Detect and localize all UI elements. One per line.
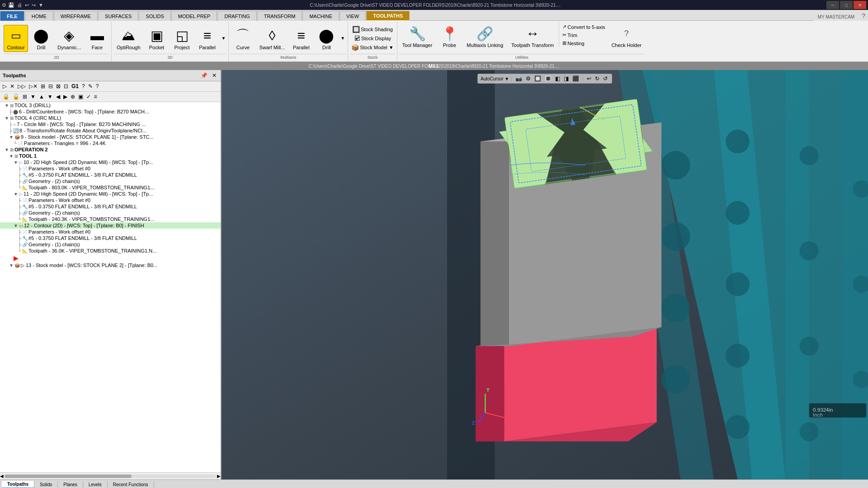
face-button[interactable]: ▬ Face (85, 25, 109, 52)
move-right-button[interactable]: ▶ (62, 93, 69, 101)
regen-dirty-button[interactable]: ▷✕ (28, 82, 39, 90)
tree-item-op13[interactable]: ▼ 📦 ▷ 13 - Stock model - [WCS: STOCK PLA… (0, 262, 221, 269)
tree-item-tool1[interactable]: ▼ ⊞ TOOL 1 (0, 153, 221, 159)
tree-item-params11[interactable]: ├ 📄 Parameters - Work offset #0 (0, 197, 221, 203)
tree-item-op10[interactable]: ▼ ▷ 10 - 2D High Speed (2D Dynamic Mill)… (0, 159, 221, 165)
tool-manager-button[interactable]: 🔧 Tool Manager (399, 23, 436, 50)
panel-pin-button[interactable]: 📌 (199, 71, 209, 80)
tab-drafting[interactable]: DRAFTING (217, 11, 256, 21)
tree-item-tp12[interactable]: └ 📐 Toolpath - 36.0K - VIPER_TOMBSTONE_T… (0, 248, 221, 254)
tree-item-tool4[interactable]: ▼ ⊞ TOOL 4 (CIRC MILL) (0, 115, 221, 121)
tree-item-geo12[interactable]: ├ 🔗 Geometry - (1) chain(s) (0, 241, 221, 248)
view2-button[interactable]: ◨ (562, 75, 570, 82)
move-left-button[interactable]: ◀ (55, 93, 61, 101)
quick-access-dropdown[interactable]: ▼ (38, 2, 44, 8)
expand-button[interactable]: ⊞ (21, 93, 28, 101)
tab-solids[interactable]: SOLIDS (139, 11, 170, 21)
tree-item-geo10[interactable]: ├ 🔗 Geometry - (2) chain(s) (0, 178, 221, 184)
stock-model-button[interactable]: 📦 Stock Model ▼ (350, 43, 395, 52)
deselect-button[interactable]: ✕ (9, 82, 16, 90)
tree-item-geo11[interactable]: ├ 🔗 Geometry - (2) chain(s) (0, 210, 221, 216)
move-down-button[interactable]: ▼ (46, 93, 54, 101)
scroll-right-button[interactable]: ▶ (217, 474, 221, 479)
tree-item-op11[interactable]: ▼ ▷ 11 - 2D High Speed (2D Dynamic Mill)… (0, 191, 221, 197)
panel-close-button[interactable]: ✕ (211, 71, 218, 80)
dynamic-button[interactable]: ◈ Dynamic... (54, 25, 84, 52)
properties-button[interactable]: ⊡ (62, 82, 70, 90)
autocursor-button[interactable]: AutoCursor ▼ (481, 76, 509, 81)
print-button[interactable]: 🖨 (16, 2, 23, 8)
tree-item-op12[interactable]: ▼ ▭ 12 - Contour (2D) - [WCS: Top] - [Tp… (0, 222, 221, 229)
tab-wireframe[interactable]: WIREFRAME (54, 11, 98, 21)
nesting-button[interactable]: ⊞ Nesting (561, 40, 606, 47)
tab-toolpaths[interactable]: TOOLPATHS (366, 11, 410, 21)
add-group-button[interactable]: ⊕ (69, 93, 76, 101)
tree-item-op6[interactable]: ├ ⬤ 6 - Drill/Counterbore - [WCS: Top] -… (0, 108, 221, 115)
maximize-button[interactable]: □ (840, 1, 853, 9)
pocket-button[interactable]: ▣ Pocket (145, 25, 169, 52)
parallel-ma-button[interactable]: ≡ Parallel (289, 25, 313, 52)
tree-item-op8[interactable]: ├ 🔄 8 - Transform/Rotate Rotate About Or… (0, 127, 221, 134)
g1-button[interactable]: G1 (70, 82, 80, 90)
tab-planes[interactable]: Planes (58, 481, 83, 488)
shaded-button[interactable]: 🔳 (543, 75, 553, 82)
tree-item-tool12[interactable]: ├ 🔧 #5 - 0.3750 FLAT ENDMILL - 3/8 FLAT … (0, 235, 221, 241)
drill-ma-button[interactable]: ⬤ Drill (314, 25, 339, 52)
tab-view[interactable]: VIEW (340, 11, 366, 21)
tree-area[interactable]: ▼ ⊞ TOOL 3 (DRILL) ├ ⬤ 6 - Drill/Counter… (0, 102, 221, 472)
tree-item-params12[interactable]: ├ 📄 Parameters - Work offset #0 (0, 229, 221, 235)
options-button[interactable]: ≡ (93, 93, 99, 101)
parallel-3d-button[interactable]: ≡ Parallel (195, 25, 220, 52)
select-all-button[interactable]: ▷ (1, 82, 8, 90)
drill-button[interactable]: ⬤ Drill (29, 25, 53, 52)
edit-button[interactable]: ✎ (87, 82, 94, 90)
3d-more-button[interactable]: ▼ (221, 35, 227, 42)
tab-transform[interactable]: TRANSFORM (257, 11, 302, 21)
stock-shading-button[interactable]: 🔲 Stock Shading (351, 25, 394, 33)
panel-scrollbar[interactable]: ◀ ▶ (0, 472, 221, 479)
tree-item-params9[interactable]: └ 📄 Parameters - Triangles = 996 - 24.4K (0, 140, 221, 146)
tree-item-op7[interactable]: ├ ○ 7 - Circle Mill - [WCS: Top] - [Tpla… (0, 121, 221, 127)
multiaxis-more-button[interactable]: ▼ (340, 35, 346, 42)
regen-button[interactable]: ▷▷ (16, 82, 27, 90)
simulate-button[interactable]: ? (80, 82, 86, 90)
optirough-button[interactable]: ⛰ OptiRough (113, 25, 144, 52)
tab-machine[interactable]: MACHINE (302, 11, 339, 21)
tree-item-op2-group[interactable]: ▼ ⊞ OPERATION 2 (0, 146, 221, 153)
help-panel-button[interactable]: ? (94, 82, 100, 90)
remove-toolpath-button[interactable]: ⊟ (47, 82, 54, 90)
tab-toolpaths[interactable]: Toolpaths (2, 481, 34, 488)
tree-item-tool10[interactable]: ├ 🔧 #5 - 0.3750 FLAT ENDMILL - 3/8 FLAT … (0, 172, 221, 178)
lock-button[interactable]: 🔒 (1, 93, 11, 101)
tab-recent-functions[interactable]: Recent Functions (108, 481, 154, 488)
duplicate-button[interactable]: ⊠ (55, 82, 62, 90)
tab-model-prep[interactable]: MODEL PREP (171, 11, 217, 21)
move-up-button[interactable]: ▲ (38, 93, 46, 101)
tree-item-tp10[interactable]: └ 📐 Toolpath - 803.0K - VIPER_TOMBSTONE_… (0, 184, 221, 191)
project-button[interactable]: ◱ Project (170, 25, 194, 52)
multiaxis-linking-button[interactable]: 🔗 Multiaxis Linking (463, 23, 506, 50)
add-toolpath-button[interactable]: ⊞ (39, 82, 47, 90)
redo-button[interactable]: ↪ (31, 2, 37, 8)
tab-levels[interactable]: Levels (83, 481, 108, 488)
rotate-view-button[interactable]: ↺ (602, 75, 609, 82)
help-button[interactable]: ? (859, 11, 868, 21)
unlock-button[interactable]: 🔓 (11, 93, 21, 101)
tree-item-play-button[interactable]: ▶ (0, 254, 221, 262)
camera-button[interactable]: 📷 (514, 75, 524, 82)
check-button[interactable]: ▣ (77, 93, 85, 101)
scroll-left-button[interactable]: ◀ (0, 474, 4, 479)
trim-button[interactable]: ✂ Trim (561, 32, 606, 38)
undo-view-button[interactable]: ↩ (585, 75, 593, 82)
view3-button[interactable]: ⬛ (571, 75, 580, 82)
curve-button[interactable]: ⌒ Curve (231, 25, 255, 52)
tab-solids[interactable]: Solids (34, 481, 58, 488)
contour-button[interactable]: ▭ Contour (4, 25, 28, 52)
toolpath-transform-button[interactable]: ↔ Toolpath Transform (508, 23, 557, 50)
redo-view-button[interactable]: ↻ (594, 75, 601, 82)
tree-item-tp11[interactable]: └ 📐 Toolpath - 240.3K - VIPER_TOMBSTONE_… (0, 216, 221, 222)
check-holder-button[interactable]: ? Check Holder (608, 23, 645, 50)
minimize-button[interactable]: ─ (826, 1, 839, 9)
convert-to-5axis-button[interactable]: ↗ Convert to 5-axis (561, 23, 606, 30)
settings-button[interactable]: ⚙ (524, 75, 532, 82)
